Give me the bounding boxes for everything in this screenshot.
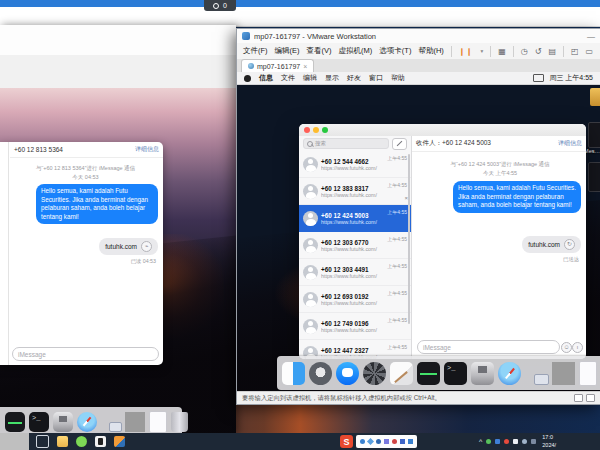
emoji-picker-icon[interactable]: ☺: [561, 342, 572, 353]
display-status-icon[interactable]: [533, 74, 544, 82]
mac-menu-item[interactable]: 编辑: [303, 73, 317, 83]
finder-dock-icon[interactable]: [282, 362, 305, 385]
conversation-item[interactable]: +60 12 303 6770https://www.futuhk.com/上午…: [299, 232, 411, 259]
screen-sharing-dock-icon[interactable]: [525, 362, 548, 385]
textedit-dock-icon[interactable]: [390, 362, 413, 385]
conversation-item[interactable]: +60 12 424 5003https://www.futuhk.com/上午…: [299, 205, 411, 232]
tray-icon[interactable]: [495, 439, 500, 444]
sidebar-scrollbar[interactable]: [408, 154, 410, 324]
messages-window[interactable]: 搜索 +60 12 544 4662https://www.futuhk.com…: [299, 124, 586, 359]
conversation-item[interactable]: +60 12 383 8317https://www.futuhk.com/上午…: [299, 178, 411, 205]
search-input[interactable]: 搜索: [303, 138, 389, 149]
browser-button[interactable]: [76, 436, 87, 447]
mac-menu-item[interactable]: 好友: [347, 73, 361, 83]
minimize-button[interactable]: —: [587, 32, 595, 41]
terminal-dock-icon[interactable]: [29, 412, 49, 432]
tray-expand-icon[interactable]: ^: [479, 438, 482, 445]
link-preview-bubble[interactable]: futuhk.com ↻: [522, 236, 581, 253]
snapshot-manager-button[interactable]: ▤: [548, 47, 556, 56]
taskbar-clock[interactable]: 17:0 2024/: [542, 434, 556, 448]
pinned-app-button[interactable]: [95, 436, 106, 447]
vmware-menu-item[interactable]: 文件(F): [243, 46, 268, 56]
link-preview-bubble[interactable]: futuhk.com ⌁: [99, 238, 158, 255]
ime-toolbar[interactable]: [356, 435, 417, 448]
tray-icon[interactable]: [360, 439, 365, 444]
console-view-button[interactable]: ▭: [586, 47, 594, 56]
safari-dock-icon[interactable]: [77, 412, 97, 432]
installer-dock-icon[interactable]: [471, 362, 494, 385]
vmware-menu-item[interactable]: 选项卡(T): [379, 46, 411, 56]
messages-dock-icon[interactable]: [336, 362, 359, 385]
desktop-icon[interactable]: [588, 122, 600, 148]
mac-menu-item[interactable]: 窗口: [369, 73, 383, 83]
vmware-menu-item[interactable]: 编辑(E): [275, 46, 300, 56]
vmware-menu-item[interactable]: 查看(V): [307, 46, 332, 56]
task-view-button[interactable]: [36, 435, 49, 448]
vm-tab-close-icon[interactable]: ×: [303, 63, 307, 70]
tray-icon[interactable]: [504, 439, 509, 444]
vmware-menu-item[interactable]: 虚拟机(M): [339, 46, 373, 56]
conversation-item[interactable]: +60 12 749 0196https://www.futuhk.com/上午…: [299, 313, 411, 340]
terminal-dock-icon[interactable]: [444, 362, 467, 385]
screen-sharing-dock-icon[interactable]: [101, 412, 121, 432]
ime-indicator[interactable]: S: [340, 435, 353, 448]
launchpad-dock-icon[interactable]: [309, 362, 332, 385]
mac-menu-item[interactable]: 文件: [281, 73, 295, 83]
send-ctrl-alt-del-button[interactable]: ▦: [498, 47, 506, 56]
document-dock-icon[interactable]: [579, 361, 597, 386]
tray-icon[interactable]: [400, 439, 405, 444]
show-library-button[interactable]: ◰: [571, 47, 579, 56]
minimize-icon[interactable]: [313, 127, 319, 133]
snapshot-button[interactable]: ◷: [521, 47, 528, 56]
activity-monitor-dock-icon[interactable]: [417, 362, 440, 385]
system-preferences-dock-icon[interactable]: [363, 362, 386, 385]
conversation-item[interactable]: +60 12 303 4491https://www.futuhk.com/上午…: [299, 259, 411, 286]
safari-dock-icon[interactable]: [498, 362, 521, 385]
document-dock-icon[interactable]: [149, 411, 167, 433]
tray-icon[interactable]: [522, 439, 527, 444]
screen-share-badge[interactable]: 0: [204, 0, 236, 11]
vmware-titlebar[interactable]: mp07-161797 - VMware Workstation —: [237, 29, 600, 43]
tray-icon[interactable]: [513, 439, 518, 444]
device-status-icon[interactable]: [574, 394, 583, 402]
tray-icon[interactable]: [486, 439, 491, 444]
vm-tab[interactable]: mp07-161797 ×: [241, 59, 314, 72]
pause-button[interactable]: ❙❙: [459, 47, 474, 56]
tray-icon[interactable]: [367, 438, 374, 445]
conversation-time: 上午4:55: [387, 317, 407, 323]
tray-icon[interactable]: [531, 439, 536, 444]
close-icon[interactable]: [304, 127, 310, 133]
message-log-icon[interactable]: [586, 394, 595, 402]
revert-snapshot-button[interactable]: ↺: [535, 47, 542, 56]
vmware-window-background[interactable]: +60 12 813 5364 详细信息 与“+60 12 813 5364”进…: [0, 25, 236, 435]
tray-icon[interactable]: [408, 439, 413, 444]
zoom-icon[interactable]: [322, 127, 328, 133]
tray-icon[interactable]: [384, 439, 389, 444]
microphone-icon[interactable]: ι: [572, 342, 583, 353]
file-explorer-button[interactable]: [57, 436, 68, 447]
conversation-item[interactable]: +60 12 693 0192https://www.futuhk.com/上午…: [299, 286, 411, 313]
compose-button[interactable]: [392, 138, 407, 150]
details-link[interactable]: 详细信息: [135, 145, 159, 154]
tray-icon[interactable]: [376, 439, 381, 444]
desktop-icon[interactable]: [590, 88, 600, 106]
message-input[interactable]: iMessage: [12, 347, 159, 361]
message-input[interactable]: iMessage: [417, 340, 560, 354]
messages-window-left[interactable]: +60 12 813 5364 详细信息 与“+60 12 813 5364”进…: [0, 142, 163, 365]
conversation-item[interactable]: +60 12 544 4662https://www.futuhk.com/上午…: [299, 151, 411, 178]
menubar-clock[interactable]: 周三 上午4:55: [549, 73, 593, 83]
mac-menu-item[interactable]: 帮助: [391, 73, 405, 83]
apple-menu-icon[interactable]: [244, 75, 251, 82]
vmware-menu-item[interactable]: 帮助(H): [418, 46, 443, 56]
activity-monitor-dock-icon[interactable]: [5, 412, 25, 432]
vmware-window[interactable]: mp07-161797 - VMware Workstation — 文件(F)…: [236, 28, 600, 405]
installer-dock-icon[interactable]: [53, 412, 73, 432]
tray-icon[interactable]: [392, 439, 397, 444]
mac-menu-item[interactable]: 信息: [259, 73, 273, 83]
pause-dropdown-icon[interactable]: ▾: [480, 48, 483, 54]
mac-menu-item[interactable]: 显示: [325, 73, 339, 83]
pinned-app-button[interactable]: [114, 436, 125, 447]
desktop-icon[interactable]: [588, 162, 600, 192]
details-link[interactable]: 详细信息: [558, 139, 582, 148]
trash-dock-icon[interactable]: [171, 412, 188, 432]
